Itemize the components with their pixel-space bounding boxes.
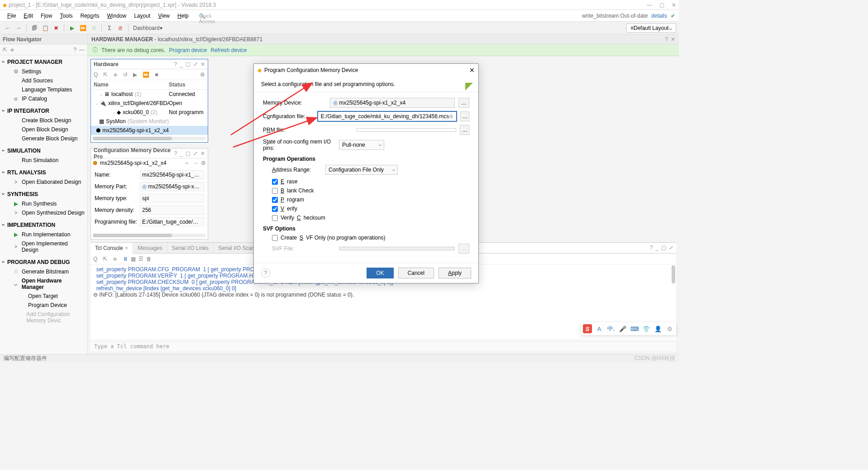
nav-item[interactable]: ⧈IP Catalog — [1, 94, 86, 103]
io-state-combo[interactable]: Pull-none — [339, 140, 384, 150]
hw-tree-row[interactable]: ⌵🔌xilinx_tcf/Digilent/26FBDAEB8…Open — [91, 99, 208, 108]
sogou-logo-icon[interactable]: S — [583, 324, 592, 333]
menu-view[interactable]: View — [154, 11, 173, 20]
paste-icon[interactable]: 📋 — [40, 23, 50, 33]
browse-config-file-button[interactable]: … — [460, 111, 469, 121]
copy-icon[interactable]: 🗐 — [29, 23, 39, 33]
nav-item[interactable]: Run Simulation — [1, 156, 86, 165]
hw-tree-row[interactable]: ⬢mx25l25645g-spi-x1_x2_x4 — [91, 126, 208, 135]
info-icon: ⓘ — [92, 46, 98, 54]
nav-item[interactable]: >Open Synthesized Design — [1, 208, 86, 217]
menu-reports[interactable]: Reports — [76, 11, 103, 20]
blankcheck-checkbox[interactable]: Blank Check — [272, 187, 469, 194]
dashboard-button[interactable]: Dashboard ▾ — [131, 23, 164, 33]
dialog-close-icon[interactable]: ✕ — [469, 67, 475, 74]
sum-icon[interactable]: Σ — [105, 23, 114, 33]
tcl-input[interactable]: Type a Tcl command here — [91, 341, 676, 351]
menu-edit[interactable]: Edit — [20, 11, 37, 20]
nav-item[interactable]: >Open Elaborated Design — [1, 177, 86, 187]
prm-file-field[interactable] — [357, 128, 456, 132]
chip-icon: ⬢ — [93, 160, 97, 166]
maximize-icon[interactable]: ▢ — [659, 2, 664, 8]
details-link[interactable]: details — [651, 13, 667, 19]
nav-item[interactable]: >Open Implemented Design — [1, 239, 86, 254]
menu-layout[interactable]: Layout — [130, 11, 154, 20]
refresh-device-link[interactable]: Refresh device — [210, 47, 247, 53]
panel-close-icon[interactable]: ✕ — [671, 36, 675, 43]
vscrollbar[interactable] — [672, 265, 675, 283]
address-range-combo[interactable]: Configuration File Only — [325, 165, 398, 175]
back-icon[interactable]: ← — [3, 23, 13, 33]
nav-item[interactable]: Language Templates — [1, 85, 86, 94]
program-checkbox[interactable]: Program — [272, 197, 469, 203]
run-all-icon[interactable]: ⏩ — [78, 23, 88, 33]
next-icon[interactable]: → — [193, 160, 198, 166]
dialog-title: Program Configuration Memory Device — [264, 67, 358, 73]
program-device-link[interactable]: Program device — [169, 47, 207, 53]
hw-tree-row[interactable]: ⌵🖥localhost(1)Connected — [91, 90, 208, 99]
svf-only-checkbox[interactable]: Create SVF Only (no program operations) — [272, 235, 469, 241]
console-tab[interactable]: Serial I/O Links — [167, 243, 214, 253]
menu-tools[interactable]: Tools — [56, 11, 76, 20]
nav-item[interactable]: ⎍Generate Bitstream — [1, 267, 86, 276]
panel-help2-icon[interactable]: ? — [174, 61, 177, 67]
cancel-button[interactable]: Cancel — [398, 268, 434, 278]
console-tab[interactable]: Messages — [133, 243, 167, 253]
nav-item[interactable]: Add Configuration Memory Devic — [1, 310, 86, 325]
nav-item[interactable]: ⚙Settings — [1, 67, 86, 76]
console-tab[interactable]: Tcl Console × — [91, 243, 133, 254]
nav-section-implementation[interactable]: IMPLEMENTATION — [1, 220, 86, 230]
nav-item[interactable]: Add Sources — [1, 76, 86, 85]
expand-icon[interactable]: ≑ — [10, 47, 14, 53]
quick-access[interactable]: 🔍 Quick Access — [197, 13, 202, 19]
nav-section-rtl-analysis[interactable]: RTL ANALYSIS — [1, 168, 86, 177]
checksum-checkbox[interactable]: Verify Checksum — [272, 215, 469, 221]
erase-checkbox[interactable]: Erase — [272, 178, 469, 185]
nav-item[interactable]: Open Target — [1, 292, 86, 301]
collapse-icon[interactable]: ⇱ — [3, 47, 7, 53]
nav-item[interactable]: Open Block Design — [1, 125, 86, 134]
pin-icon[interactable]: — — [79, 47, 85, 53]
menu-window[interactable]: Window — [103, 11, 130, 20]
gear-icon[interactable]: ⚙ — [201, 160, 206, 166]
hw-tree-row[interactable]: ⌵◆xcku060_0(2)Not programm — [91, 108, 208, 117]
nav-item[interactable]: Generate Block Design — [1, 134, 86, 143]
forward-icon[interactable]: → — [14, 23, 24, 33]
run-icon[interactable]: ▶ — [67, 23, 77, 33]
menu-help[interactable]: Help — [174, 11, 192, 20]
menu-flow[interactable]: Flow — [37, 11, 56, 20]
save-icon[interactable]: ✖ — [51, 23, 61, 33]
help-icon[interactable]: ? — [73, 47, 76, 53]
sogou-float-toolbar[interactable]: S A 中, 🎤 ⌨ 👕 👤 ⚙ — [581, 322, 676, 335]
panel-help-icon[interactable]: ? — [665, 36, 668, 43]
nav-section-project-manager[interactable]: PROJECT MANAGER — [1, 57, 86, 67]
apply-button[interactable]: Apply — [439, 268, 471, 278]
menu-file[interactable]: File — [4, 11, 19, 20]
panel-gear-icon[interactable]: ⚙ — [200, 72, 205, 78]
hscrollbar[interactable] — [93, 137, 206, 140]
nav-section-synthesis[interactable]: SYNTHESIS — [1, 189, 86, 199]
close-icon[interactable]: ✕ — [672, 2, 676, 8]
config-file-field[interactable]: E:/Gitlan_tuge_code/mkii_ku_deving_dh/12… — [318, 111, 457, 121]
browse-memory-device-button[interactable]: … — [458, 98, 469, 108]
nav-item[interactable]: ▶Run Implementation — [1, 230, 86, 239]
nav-item[interactable]: Program Device — [1, 301, 86, 310]
nav-item[interactable]: ▶Run Synthesis — [1, 199, 86, 208]
minimize-icon[interactable]: — — [647, 2, 652, 8]
hw-tree-row[interactable]: ▦SysMon(System Monitor) — [91, 117, 208, 126]
prev-icon[interactable]: ← — [185, 160, 190, 166]
cancel-icon[interactable]: ⊘ — [115, 23, 125, 33]
nav-item[interactable]: Create Block Design — [1, 116, 86, 125]
nav-section-simulation[interactable]: SIMULATION — [1, 146, 86, 156]
bitstream-icon[interactable]: ⎍ — [89, 23, 99, 33]
ok-button[interactable]: OK — [367, 268, 393, 278]
nav-section-program-and-debug[interactable]: PROGRAM AND DEBUG — [1, 257, 86, 267]
nav-item[interactable]: ⌵Open Hardware Manager — [1, 276, 86, 292]
verify-checkbox[interactable]: Verify — [272, 206, 469, 212]
hscrollbar[interactable] — [93, 234, 206, 237]
nav-section-ip-integrator[interactable]: IP INTEGRATOR — [1, 106, 86, 116]
layout-combo[interactable]: ≡ Default Layout⌵ — [626, 24, 676, 33]
search-icon[interactable]: Q — [94, 72, 98, 78]
browse-prm-file-button[interactable]: … — [460, 125, 469, 135]
dialog-help-button[interactable]: ? — [261, 269, 270, 278]
